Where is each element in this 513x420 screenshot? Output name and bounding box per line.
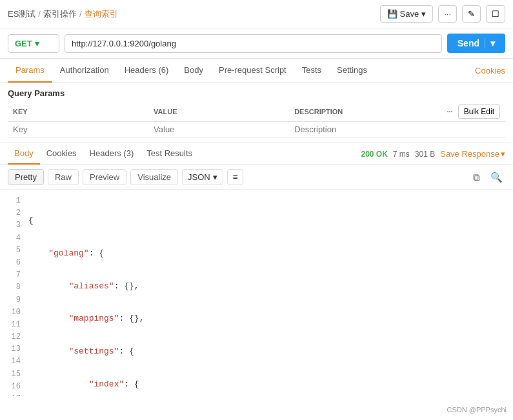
code-line-6: "index": { (28, 378, 508, 392)
tab-params[interactable]: Params (8, 59, 52, 83)
value-cell (148, 122, 289, 137)
comment-icon-button[interactable]: ☐ (486, 5, 505, 23)
top-tab-bar: Params Authorization Headers (6) Body Pr… (0, 59, 513, 83)
col-more-icon: ··· (447, 108, 452, 115)
search-response-button[interactable]: 🔍 (488, 170, 505, 185)
code-content: { "golang": { "aliases": {}, "mappings":… (23, 190, 513, 396)
send-label: Send (458, 38, 479, 48)
copy-button[interactable]: ⧉ (470, 170, 483, 185)
topbar-actions: 💾 Save ▾ ··· ✎ ☐ (380, 5, 505, 23)
save-dropdown-arrow: ▾ (421, 9, 426, 19)
bulk-edit-button[interactable]: Bulk Edit (458, 105, 500, 119)
watermark: CSDN @PPPsychi (447, 406, 507, 414)
url-input[interactable] (65, 34, 442, 53)
breadcrumb: ES测试 / 索引操作 / 查询索引 (8, 8, 118, 20)
key-input[interactable] (13, 125, 143, 134)
body-tab-body[interactable]: Body (8, 143, 40, 165)
breadcrumb-part2: 索引操作 (43, 8, 77, 20)
query-params-section: Query Params KEY VALUE DESCRIPTION ··· B… (0, 83, 513, 143)
line-numbers: 1 2 3 4 5 6 7 8 9 10 11 12 13 14 15 16 1… (0, 190, 23, 396)
view-preview-button[interactable]: Preview (83, 169, 126, 185)
tab-authorization[interactable]: Authorization (52, 59, 117, 83)
breadcrumb-part1: ES测试 (8, 8, 35, 20)
send-button[interactable]: Send ▾ (447, 34, 505, 53)
format-label: JSON (188, 172, 210, 182)
view-visualize-button[interactable]: Visualize (130, 169, 178, 185)
value-input[interactable] (154, 125, 284, 134)
tab-right: Cookies (475, 66, 505, 75)
save-label: Save (400, 9, 419, 19)
view-pretty-button[interactable]: Pretty (8, 169, 44, 185)
breadcrumb-sep1: / (38, 9, 41, 19)
save-response-arrow: ▾ (501, 149, 505, 159)
key-cell (8, 122, 148, 137)
tab-headers[interactable]: Headers (6) (117, 59, 177, 83)
body-tab-cookies[interactable]: Cookies (40, 143, 83, 165)
tab-body[interactable]: Body (176, 59, 211, 83)
body-tab-headers[interactable]: Headers (3) (83, 143, 141, 165)
save-button[interactable]: 💾 Save ▾ (380, 5, 434, 23)
body-tab-test-results[interactable]: Test Results (140, 143, 199, 165)
method-select[interactable]: GET ▾ (8, 34, 59, 53)
method-label: GET (15, 39, 32, 48)
format-arrow: ▾ (213, 172, 217, 182)
breadcrumb-sep2: / (79, 9, 82, 19)
body-tab-status: 200 OK 7 ms 301 B Save Response ▾ (361, 149, 505, 159)
query-params-title: Query Params (8, 88, 505, 98)
tab-settings[interactable]: Settings (329, 59, 375, 83)
code-line-5: "settings": { (28, 345, 508, 359)
view-raw-button[interactable]: Raw (48, 169, 79, 185)
code-line-4: "mappings": {}, (28, 312, 508, 326)
edit-icon-button[interactable]: ✎ (462, 5, 481, 23)
status-size: 301 B (415, 150, 435, 159)
code-line-1: { (28, 214, 508, 228)
status-ok: 200 OK (361, 150, 387, 159)
col-desc: DESCRIPTION (289, 102, 430, 122)
response-toolbar: Pretty Raw Preview Visualize JSON ▾ ≡ ⧉ … (0, 165, 513, 190)
desc-cell (289, 122, 430, 137)
breadcrumb-current: 查询索引 (85, 8, 118, 20)
tab-pre-request[interactable]: Pre-request Script (211, 59, 294, 83)
filter-icon: ≡ (233, 172, 238, 182)
save-icon: 💾 (387, 9, 397, 19)
filter-button[interactable]: ≡ (227, 169, 244, 185)
col-key: KEY (8, 102, 148, 122)
desc-input[interactable] (294, 125, 425, 134)
params-table-header-row: KEY VALUE DESCRIPTION ··· Bulk Edit (8, 102, 505, 122)
format-select[interactable]: JSON ▾ (182, 169, 223, 185)
send-arrow: ▾ (485, 38, 495, 48)
save-response-label: Save Response (440, 149, 499, 159)
params-table: KEY VALUE DESCRIPTION ··· Bulk Edit (8, 102, 505, 137)
topbar: ES测试 / 索引操作 / 查询索引 💾 Save ▾ ··· ✎ ☐ (0, 0, 513, 28)
col-value: VALUE (148, 102, 289, 122)
method-arrow: ▾ (35, 39, 39, 48)
row-actions (430, 122, 505, 137)
params-table-row (8, 122, 505, 137)
toolbar-right: ⧉ 🔍 (470, 170, 505, 185)
code-line-3: "aliases": {}, (28, 280, 508, 294)
cookies-link[interactable]: Cookies (475, 66, 505, 75)
code-line-2: "golang": { (28, 247, 508, 261)
col-actions: ··· Bulk Edit (430, 102, 505, 122)
body-tab-bar: Body Cookies Headers (3) Test Results 20… (0, 143, 513, 165)
urlbar: GET ▾ Send ▾ (0, 28, 513, 59)
code-area: 1 2 3 4 5 6 7 8 9 10 11 12 13 14 15 16 1… (0, 190, 513, 396)
more-button[interactable]: ··· (438, 5, 457, 23)
status-time: 7 ms (393, 150, 410, 159)
save-response-button[interactable]: Save Response ▾ (440, 149, 505, 159)
tab-tests[interactable]: Tests (294, 59, 329, 83)
